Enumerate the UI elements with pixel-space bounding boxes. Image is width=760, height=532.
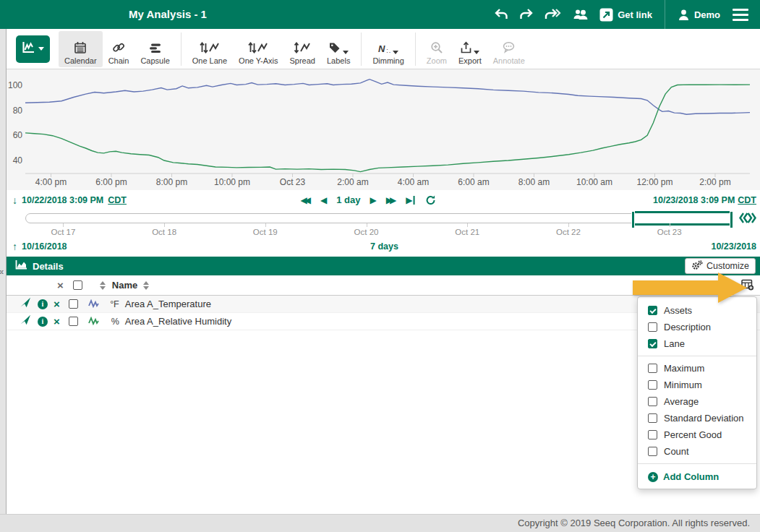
menu-item-checkbox[interactable] — [648, 413, 657, 423]
redo-all-icon[interactable] — [545, 9, 562, 20]
timeline-tick-mark — [265, 223, 266, 227]
get-link-button[interactable]: Get link — [599, 8, 652, 22]
timeline-start-date[interactable]: 10/16/2018 — [22, 241, 67, 252]
spread-icon — [294, 40, 311, 54]
users-icon[interactable] — [573, 9, 589, 20]
timeline-track[interactable] — [25, 213, 733, 223]
menu-item-label: Description — [664, 322, 711, 332]
timeline-end-date[interactable]: 10/23/2018 — [711, 241, 756, 252]
refresh-icon[interactable] — [425, 195, 435, 205]
toolbar-spread-button[interactable]: Spread — [284, 31, 321, 67]
row-checkbox[interactable] — [69, 317, 78, 326]
top-bar-actions: Get link Demo — [494, 0, 760, 29]
column-menu-item[interactable]: Description — [638, 319, 756, 335]
range-end-timezone[interactable]: CDT — [738, 195, 756, 205]
signal-name[interactable]: Area A_Relative Humidity — [125, 316, 231, 327]
customize-button[interactable]: Customize — [685, 258, 756, 274]
step-size-label[interactable]: 1 day — [336, 194, 360, 205]
remove-all-icon[interactable]: × — [57, 280, 64, 291]
menu-item-checkbox[interactable] — [648, 306, 657, 315]
column-menu-item[interactable]: Minimum — [638, 377, 756, 393]
panel-collapse-strip[interactable]: « — [0, 29, 7, 514]
step-forward-much-icon[interactable]: ▶▶ — [386, 196, 396, 205]
user-menu[interactable]: Demo — [678, 9, 720, 21]
info-icon[interactable]: i — [38, 299, 48, 309]
column-menu-item[interactable]: Assets — [638, 302, 756, 319]
range-start-timezone[interactable]: CDT — [108, 195, 127, 205]
row-checkbox[interactable] — [69, 299, 78, 309]
analysis-title[interactable]: My Analysis - 1 — [129, 0, 207, 29]
view-selector-button[interactable] — [16, 35, 50, 63]
sort-icon[interactable] — [143, 281, 149, 290]
toolbar-separator — [415, 33, 416, 66]
toolbar-calendar-button[interactable]: Calendar — [59, 31, 103, 67]
seeq-workbench: My Analysis - 1 Get link — [0, 0, 760, 532]
one-y-axis-icon — [248, 40, 268, 54]
timeline-right-handle[interactable] — [730, 211, 733, 228]
toolbar-chain-button[interactable]: Chain — [103, 31, 135, 67]
expand-range-icon[interactable] — [738, 212, 757, 227]
x-axis-tick-label: 12:00 pm — [636, 177, 673, 187]
step-to-end-icon[interactable]: ▶ — [406, 196, 414, 205]
undo-icon[interactable] — [494, 9, 508, 20]
column-menu-item[interactable]: Standard Deviation — [638, 410, 756, 426]
collapse-chevrons-icon[interactable]: « — [0, 266, 4, 277]
menu-item-checkbox[interactable] — [648, 364, 657, 373]
hamburger-menu-icon[interactable] — [731, 7, 750, 22]
timeline-start-arrow-icon[interactable]: ↑ — [12, 241, 17, 252]
capsule-time-icon — [149, 40, 162, 54]
step-forward-icon[interactable]: ▶ — [370, 196, 377, 205]
details-table-header: × Name — [7, 275, 760, 296]
step-back-icon[interactable]: ◀ — [320, 196, 327, 205]
menu-item-checkbox[interactable] — [648, 322, 657, 332]
copyright-text: Copyright © 2019 Seeq Corporation. All r… — [518, 518, 750, 528]
range-end-datetime[interactable]: 10/23/2018 3:09 PM — [653, 195, 735, 205]
menu-item-checkbox[interactable] — [648, 380, 657, 390]
chain-icon — [112, 40, 125, 54]
select-all-checkbox[interactable] — [73, 280, 82, 290]
menu-item-checkbox[interactable] — [648, 447, 657, 456]
menu-item-checkbox[interactable] — [648, 339, 657, 348]
range-start-arrow-icon[interactable]: ↓ — [12, 194, 17, 206]
column-menu-item[interactable]: Average — [638, 393, 756, 410]
display-range-row: ↓ 10/22/2018 3:09 PM CDT ◀◀ ◀ 1 day ▶ ▶▶… — [7, 190, 760, 210]
plus-circle-icon: + — [648, 472, 658, 482]
toolbar-dimming-button[interactable]: N:. Dimming — [367, 31, 409, 67]
redo-icon[interactable] — [519, 9, 534, 20]
step-back-much-icon[interactable]: ◀◀ — [301, 196, 311, 205]
pin-icon[interactable] — [20, 297, 31, 311]
trend-chart-canvas[interactable] — [7, 69, 760, 190]
column-menu-item[interactable]: Count — [638, 443, 756, 460]
timeline-left-handle[interactable] — [631, 211, 635, 228]
series-Area A_Temperature[interactable] — [25, 80, 750, 115]
chevron-down-icon — [343, 51, 349, 54]
toolbar-labels-button[interactable]: Labels — [321, 31, 356, 67]
signal-name[interactable]: Area A_Temperature — [125, 299, 211, 309]
toolbar-capsule-button[interactable]: Capsule — [135, 31, 175, 67]
toolbar-one-y-axis-button[interactable]: One Y-Axis — [233, 31, 283, 67]
add-column-button[interactable]: +Add Column — [638, 468, 756, 484]
info-icon[interactable]: i — [38, 317, 48, 327]
trend-chart[interactable]: 4:00 pm6:00 pm8:00 pm10:00 pmOct 232:00 … — [7, 69, 760, 190]
timeline-duration[interactable]: 7 days — [370, 241, 398, 252]
pin-icon[interactable] — [20, 314, 31, 328]
range-start-datetime[interactable]: 10/22/2018 3:09 PM — [22, 195, 103, 205]
timeline-tick-mark — [467, 223, 468, 227]
labels-tag-icon — [328, 40, 349, 54]
timeline-selected-range[interactable] — [632, 211, 733, 226]
column-settings-icon[interactable] — [741, 279, 754, 294]
menu-item-checkbox[interactable] — [648, 397, 657, 406]
one-lane-icon — [200, 40, 220, 54]
toolbar-export-button[interactable]: Export — [453, 31, 487, 67]
annotate-bubble-icon — [502, 40, 516, 54]
column-menu-item[interactable]: Maximum — [638, 360, 756, 377]
series-Area A_Relative Humidity[interactable] — [25, 85, 750, 172]
name-column-header[interactable]: Name — [112, 280, 137, 291]
sort-icon[interactable] — [100, 281, 106, 290]
menu-item-checkbox[interactable] — [648, 430, 657, 439]
remove-signal-icon[interactable]: × — [54, 316, 60, 327]
remove-signal-icon[interactable]: × — [54, 299, 60, 309]
column-menu-item[interactable]: Percent Good — [638, 426, 756, 443]
toolbar-one-lane-button[interactable]: One Lane — [187, 31, 233, 67]
column-menu-item[interactable]: Lane — [638, 335, 756, 352]
